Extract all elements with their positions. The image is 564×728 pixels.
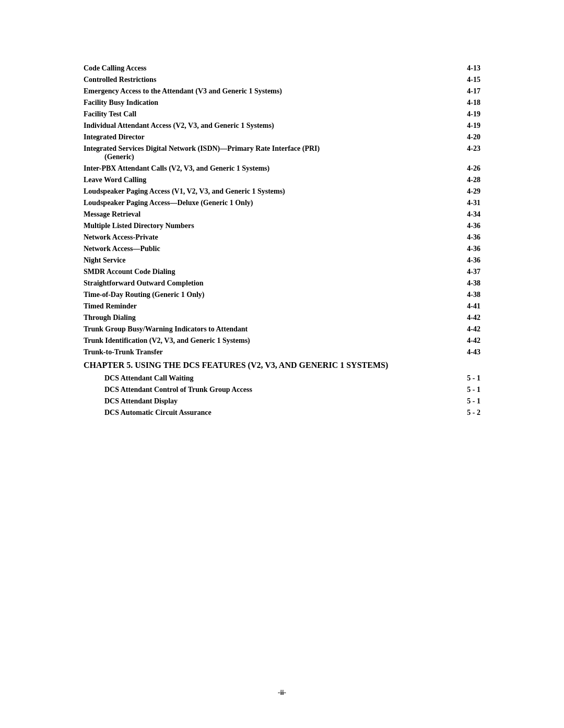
toc-entry-page: 4-29 <box>459 186 480 197</box>
toc-entry-title: Loudspeaker Paging Access (V1, V2, V3, a… <box>84 186 459 197</box>
toc-row: Trunk-to-Trunk Transfer4-43 <box>84 347 480 358</box>
toc-entry-title: Integrated Director <box>84 132 459 143</box>
toc-row: Timed Reminder4-41 <box>84 301 480 312</box>
toc-entry-page: 4-42 <box>459 324 480 335</box>
toc-row: Message Retrieval4-34 <box>84 209 480 220</box>
toc-entry-title: Integrated Services Digital Network (ISD… <box>84 143 459 163</box>
toc-row: DCS Attendant Control of Trunk Group Acc… <box>84 384 480 396</box>
toc-entry-page: 4-36 <box>459 232 480 243</box>
toc-entry-title: Straightforward Outward Completion <box>84 278 459 289</box>
chapter-heading-row: CHAPTER 5. USING THE DCS FEATURES (V2, V… <box>84 358 480 373</box>
toc-entry-page: 4-38 <box>459 278 480 289</box>
toc-entry-page: 4-42 <box>459 312 480 324</box>
toc-entry-title: Time-of-Day Routing (Generic 1 Only) <box>84 289 459 301</box>
toc-entry-title: Controlled Restrictions <box>84 74 459 86</box>
toc-entry-title: SMDR Account Code Dialing <box>84 266 459 278</box>
toc-entry-title: Trunk Identification (V2, V3, and Generi… <box>84 335 459 347</box>
toc-row: Night Service4-36 <box>84 255 480 266</box>
toc-entry-page: 4-20 <box>459 132 480 143</box>
toc-entry-title: Network Access—Public <box>84 243 459 255</box>
toc-entry-title: Facility Test Call <box>84 109 459 120</box>
toc-row: Code Calling Access4-13 <box>84 63 480 74</box>
toc-entry-page: 4-36 <box>459 243 480 255</box>
toc-entry-page: 4-43 <box>459 347 480 358</box>
toc-entry-title: Emergency Access to the Attendant (V3 an… <box>84 86 459 97</box>
toc-entry-page: 4-42 <box>459 335 480 347</box>
toc-entry-title: Trunk-to-Trunk Transfer <box>84 347 459 358</box>
toc-entry-page: 4-13 <box>459 63 480 74</box>
toc-row: DCS Attendant Call Waiting5 - 1 <box>84 373 480 384</box>
toc-entry-title: Message Retrieval <box>84 209 459 220</box>
toc-entry-title: DCS Attendant Control of Trunk Group Acc… <box>84 384 459 396</box>
footer-label: -ii- <box>278 688 286 696</box>
page-footer: -ii- <box>0 688 564 697</box>
toc-row: Individual Attendant Access (V2, V3, and… <box>84 120 480 132</box>
toc-entry-page: 4-18 <box>459 97 480 109</box>
toc-row: Controlled Restrictions4-15 <box>84 74 480 86</box>
toc-entry-title: Night Service <box>84 255 459 266</box>
toc-row: SMDR Account Code Dialing4-37 <box>84 266 480 278</box>
toc-entry-title: Leave Word Calling <box>84 174 459 186</box>
toc-entry-page: 5 - 2 <box>459 407 480 419</box>
toc-row: Time-of-Day Routing (Generic 1 Only)4-38 <box>84 289 480 301</box>
toc-row: Loudspeaker Paging Access (V1, V2, V3, a… <box>84 186 480 197</box>
toc-entry-title: Network Access-Private <box>84 232 459 243</box>
toc-entry-page: 4-36 <box>459 255 480 266</box>
toc-row: Multiple Listed Directory Numbers4-36 <box>84 220 480 232</box>
toc-entry-title: Through Dialing <box>84 312 459 324</box>
toc-entry-page: 4-28 <box>459 174 480 186</box>
toc-row: Emergency Access to the Attendant (V3 an… <box>84 86 480 97</box>
toc-entry-title: Individual Attendant Access (V2, V3, and… <box>84 120 459 132</box>
toc-entry-title: Multiple Listed Directory Numbers <box>84 220 459 232</box>
toc-table: Code Calling Access4-13Controlled Restri… <box>84 63 480 419</box>
toc-row: Integrated Director4-20 <box>84 132 480 143</box>
toc-row: Facility Busy Indication4-18 <box>84 97 480 109</box>
toc-row: Straightforward Outward Completion4-38 <box>84 278 480 289</box>
toc-row: Inter-PBX Attendant Calls (V2, V3, and G… <box>84 163 480 174</box>
toc-entry-page: 4-31 <box>459 197 480 209</box>
toc-row: Network Access-Private4-36 <box>84 232 480 243</box>
toc-entry-page: 4-37 <box>459 266 480 278</box>
toc-entry-page: 4-41 <box>459 301 480 312</box>
toc-row: Loudspeaker Paging Access—Deluxe (Generi… <box>84 197 480 209</box>
toc-entry-page: 5 - 1 <box>459 384 480 396</box>
toc-entry-page: 4-19 <box>459 120 480 132</box>
toc-entry-page: 5 - 1 <box>459 373 480 384</box>
toc-entry-page: 4-26 <box>459 163 480 174</box>
toc-entry-page: 4-17 <box>459 86 480 97</box>
toc-entry-page: 4-38 <box>459 289 480 301</box>
toc-entry-title: DCS Attendant Display <box>84 396 459 407</box>
toc-row: DCS Attendant Display5 - 1 <box>84 396 480 407</box>
toc-entry-page: 4-34 <box>459 209 480 220</box>
toc-entry-title: Facility Busy Indication <box>84 97 459 109</box>
toc-row: Trunk Identification (V2, V3, and Generi… <box>84 335 480 347</box>
toc-entry-page: 4-23 <box>459 143 480 163</box>
toc-row: DCS Automatic Circuit Assurance5 - 2 <box>84 407 480 419</box>
toc-entry-page: 5 - 1 <box>459 396 480 407</box>
toc-entry-title: DCS Attendant Call Waiting <box>84 373 459 384</box>
toc-entry-title: Timed Reminder <box>84 301 459 312</box>
toc-row: Through Dialing4-42 <box>84 312 480 324</box>
page: Code Calling Access4-13Controlled Restri… <box>0 0 564 728</box>
toc-entry-page: 4-19 <box>459 109 480 120</box>
toc-row: Leave Word Calling4-28 <box>84 174 480 186</box>
toc-row: Trunk Group Busy/Warning Indicators to A… <box>84 324 480 335</box>
toc-row: Network Access—Public4-36 <box>84 243 480 255</box>
toc-row: Facility Test Call4-19 <box>84 109 480 120</box>
chapter-heading: CHAPTER 5. USING THE DCS FEATURES (V2, V… <box>84 358 480 373</box>
toc-entry-title: Code Calling Access <box>84 63 459 74</box>
toc-entry-title: DCS Automatic Circuit Assurance <box>84 407 459 419</box>
toc-row: Integrated Services Digital Network (ISD… <box>84 143 480 163</box>
toc-entry-page: 4-36 <box>459 220 480 232</box>
toc-entry-title: Loudspeaker Paging Access—Deluxe (Generi… <box>84 197 459 209</box>
toc-entry-title: Inter-PBX Attendant Calls (V2, V3, and G… <box>84 163 459 174</box>
toc-entry-title: Trunk Group Busy/Warning Indicators to A… <box>84 324 459 335</box>
toc-entry-page: 4-15 <box>459 74 480 86</box>
